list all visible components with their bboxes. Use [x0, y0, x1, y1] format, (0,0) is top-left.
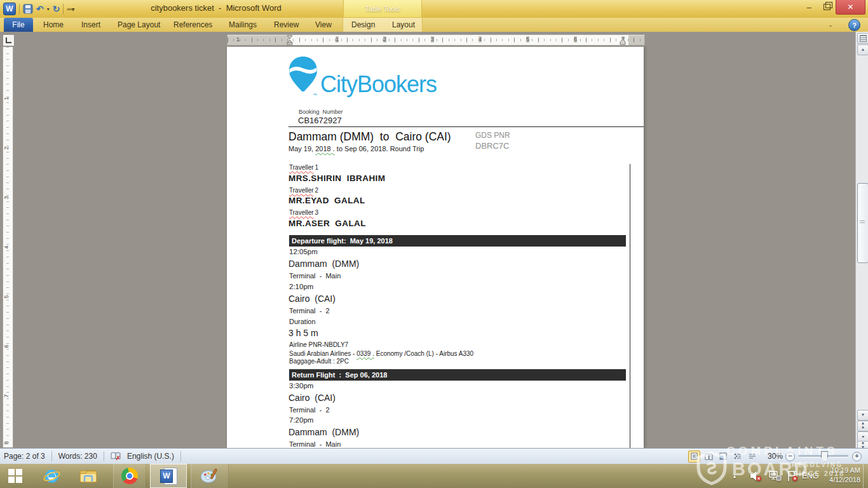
close-button[interactable]: ✕: [836, 0, 865, 15]
tab-insert[interactable]: Insert: [79, 18, 103, 32]
taskbar-word-button[interactable]: W: [150, 464, 187, 488]
table-border: [630, 164, 630, 449]
status-right: 30% – +: [688, 449, 862, 464]
right-indent-marker[interactable]: [620, 39, 626, 45]
tab-references[interactable]: References: [171, 18, 215, 32]
window-controls: – ✕: [800, 0, 865, 15]
scrollbar-thumb[interactable]: [857, 183, 868, 263]
show-desktop-button[interactable]: [863, 464, 868, 488]
page-indicator[interactable]: Page: 2 of 3: [4, 452, 45, 461]
traveller-3-name: MR.ASER GALAL: [288, 219, 366, 228]
zoom-slider-track[interactable]: [799, 455, 848, 458]
previous-page-button[interactable]: ▲▲: [857, 421, 868, 431]
return-arrive-time: 7:20pm: [289, 416, 313, 424]
restore-button[interactable]: [818, 0, 836, 14]
ruler-number: 4: [478, 36, 482, 43]
vertical-ruler: 1 2 3 4 5 6 7 8: [3, 46, 13, 448]
web-layout-view-button[interactable]: [717, 451, 729, 463]
volume-muted-icon: [750, 470, 763, 482]
indent-markers[interactable]: [287, 35, 293, 45]
ruler-number: 3: [3, 196, 10, 199]
taskbar-internet-explorer-button[interactable]: [36, 464, 67, 488]
tab-stop-selector[interactable]: [3, 34, 15, 46]
zoom-out-button[interactable]: –: [785, 452, 795, 461]
print-layout-icon: [691, 452, 698, 460]
traveller-num: 1: [315, 164, 319, 171]
trip-dates: May 19, 2018 . to Sep 06, 2018. Round Tr…: [288, 145, 424, 152]
traveller-word: Traveller: [289, 187, 314, 194]
title-bar: W ↶ ▾ ↻ ═▾ citybookers ticket - Microsof…: [0, 0, 868, 18]
draft-icon: [749, 453, 756, 459]
tray-clock[interactable]: 10:19 AM 4/12/2018: [816, 466, 860, 485]
departure-arrive-terminal: Terminal - 2: [289, 307, 330, 315]
tab-page-layout[interactable]: Page Layout: [115, 18, 163, 32]
screen: W ↶ ▾ ↻ ═▾ citybookers ticket - Microsof…: [0, 0, 868, 488]
ruler-toggle-button[interactable]: [857, 33, 868, 44]
departure-arrive-city: Cairo (CAI): [288, 294, 336, 304]
divider: [104, 451, 104, 461]
zoom-slider-thumb[interactable]: [821, 451, 828, 462]
proofing-errors-icon[interactable]: ✗: [111, 452, 121, 461]
tab-layout[interactable]: Layout: [390, 18, 417, 32]
trip-dates-prefix: May 19,: [288, 145, 315, 152]
fullscreen-reading-view-button[interactable]: [703, 451, 715, 463]
restore-icon: [824, 4, 831, 10]
cabin-aircraft: Economy /Coach (L) - Airbus A330: [374, 350, 473, 357]
start-button[interactable]: [0, 464, 31, 488]
trip-dates-year: 2018 .: [315, 145, 335, 152]
status-left: Page: 2 of 3 Words: 230 ✗ English (U.S.): [4, 449, 181, 464]
airline-name: Saudi Arabian Airlines -: [289, 350, 356, 357]
return-depart-terminal: Terminal - 2: [289, 406, 330, 414]
traveller-1-label: Traveller1: [289, 164, 318, 171]
taskbar-paint-button[interactable]: [191, 464, 229, 488]
brand-wordmark: CityBookers: [320, 71, 437, 98]
duration-value: 3 h 5 m: [288, 328, 318, 338]
traveller-word: Traveller: [289, 209, 314, 216]
tray-action-center[interactable]: [784, 464, 801, 488]
print-layout-view-button[interactable]: [688, 451, 700, 463]
vertical-scrollbar[interactable]: ▲ ▼ ▲▲ ● ▼▼: [855, 32, 868, 448]
traveller-num: 3: [315, 209, 319, 216]
tab-view[interactable]: View: [313, 18, 334, 32]
svg-text:✗: ✗: [116, 455, 121, 461]
scroll-up-button[interactable]: ▲: [857, 44, 868, 55]
chevron-up-icon: ▲: [733, 474, 737, 478]
scroll-down-button[interactable]: ▼: [857, 410, 868, 421]
tray-volume[interactable]: [747, 464, 765, 488]
tab-review[interactable]: Review: [271, 18, 301, 32]
taskbar-file-explorer-button[interactable]: [72, 464, 104, 488]
word-count[interactable]: Words: 230: [58, 452, 97, 461]
airline-pnr: Airline PNR-NBDLY7: [289, 341, 348, 348]
outline-icon: [734, 453, 742, 459]
document-page[interactable]: ™ CityBookers Booking Number CB1672927 D…: [227, 46, 644, 449]
tray-network[interactable]: [766, 464, 784, 488]
return-flight-header: Return Flight : Sep 06, 2018: [289, 369, 626, 381]
zoom-level[interactable]: 30%: [768, 452, 783, 461]
tab-home[interactable]: Home: [41, 18, 66, 32]
ruler-number: 5: [526, 36, 529, 43]
ruler-number: 6: [3, 344, 10, 348]
tab-file[interactable]: File: [4, 18, 33, 32]
thumb-grip: [860, 220, 865, 224]
divider: [180, 451, 181, 461]
tab-mailings[interactable]: Mailings: [226, 18, 259, 32]
minimize-button[interactable]: –: [800, 0, 818, 14]
ruler-number: 7: [3, 394, 10, 397]
departure-flight-header: Departure flight: May 19, 2018: [289, 235, 626, 247]
expand-ribbon-icon[interactable]: ⌄: [826, 22, 835, 28]
baggage-line: Baggage-Adult : 2PC: [289, 358, 349, 365]
zoom-in-button[interactable]: +: [852, 452, 862, 461]
tray-show-hidden-icons[interactable]: ▲: [728, 464, 741, 488]
language-indicator[interactable]: English (U.S.): [127, 452, 174, 461]
duration-label: Duration: [289, 318, 316, 325]
booking-number-value: CB1672927: [298, 116, 342, 125]
draft-view-button[interactable]: [747, 451, 759, 463]
return-arrive-terminal: Terminal - Main: [289, 440, 341, 448]
help-button[interactable]: ?: [848, 19, 860, 31]
traveller-1-name: MRS.SHIRIN IBRAHIM: [288, 173, 385, 183]
tab-design[interactable]: Design: [349, 18, 377, 32]
outline-view-button[interactable]: [732, 451, 744, 463]
ruler-number: 3: [431, 36, 434, 43]
ruler-number: 5: [3, 295, 10, 298]
taskbar-chrome-button[interactable]: [113, 464, 146, 488]
